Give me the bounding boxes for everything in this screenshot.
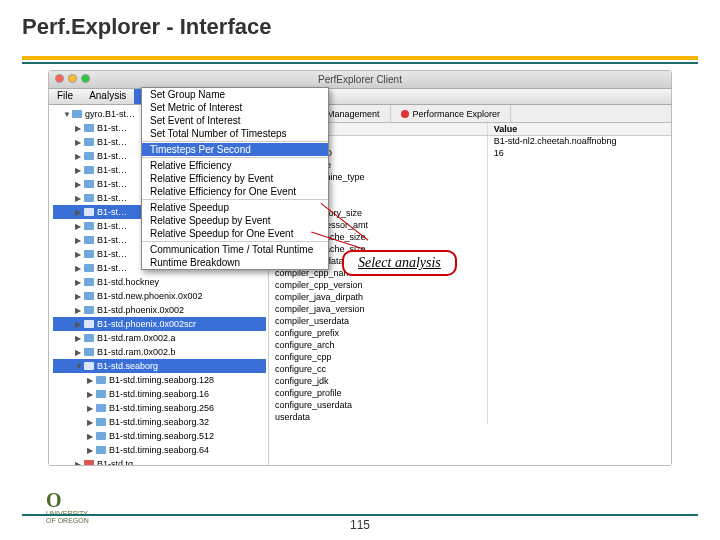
dot-icon — [401, 110, 409, 118]
tab-label: Performance Explorer — [413, 109, 501, 119]
grid-header: Field Value — [269, 123, 671, 136]
table-row[interactable]: system_os — [269, 196, 671, 208]
tree-item[interactable]: ▶B1-std.phoenix.0x002scr — [53, 317, 266, 331]
right-pane: Analysis Management Performance Explorer… — [269, 105, 671, 465]
tree-item[interactable]: ▶B1-std.new.phoenix.0x002 — [53, 289, 266, 303]
col-value[interactable]: Value — [488, 123, 671, 135]
table-row[interactable]: configure_arch — [269, 340, 671, 352]
table-row[interactable]: NameB1-std-nl2.cheetah.noaffnobng — [269, 136, 671, 148]
tree-item[interactable]: ▶B1-std.timing.seaborg.256 — [53, 401, 266, 415]
tree-item[interactable]: ▶B1-std.timing.seaborg.32 — [53, 415, 266, 429]
dropdown-item[interactable]: Relative Efficiency for One Event — [142, 185, 328, 198]
dropdown-item[interactable]: Relative Speedup by Event — [142, 214, 328, 227]
table-row[interactable]: compiler_java_version — [269, 304, 671, 316]
dropdown-item[interactable]: Relative Efficiency — [142, 159, 328, 172]
table-row[interactable]: compiler_java_dirpath — [269, 292, 671, 304]
menu-file[interactable]: File — [49, 89, 81, 104]
tree-item[interactable]: ▶B1-std.phoenix.0x002 — [53, 303, 266, 317]
tree-item[interactable]: ▶B1-std.timing.seaborg.512 — [53, 429, 266, 443]
dropdown-item[interactable]: Set Event of Interest — [142, 114, 328, 127]
slide-title: Perf.Explorer - Interface — [0, 0, 720, 48]
tree-item[interactable]: ▶B1-std.timing.seaborg.128 — [53, 373, 266, 387]
table-row[interactable]: system_userdata — [269, 256, 671, 268]
divider-rule — [22, 62, 698, 64]
minimize-icon[interactable] — [68, 74, 77, 83]
tree-item[interactable]: ▶B1-std.timing.seaborg.16 — [53, 387, 266, 401]
table-row[interactable]: configure_prefix — [269, 328, 671, 340]
accent-rule — [22, 56, 698, 60]
dropdown-item[interactable]: Relative Efficiency by Event — [142, 172, 328, 185]
dropdown-item[interactable]: Set Group Name — [142, 88, 328, 101]
table-row[interactable]: Experiment ID16 — [269, 148, 671, 160]
page-number: 115 — [0, 518, 720, 532]
table-row[interactable]: system_name — [269, 160, 671, 172]
table-row[interactable]: userdata — [269, 412, 671, 424]
table-row[interactable]: compiler_cpp_version — [269, 280, 671, 292]
table-row[interactable]: configure_profile — [269, 388, 671, 400]
dropdown-item[interactable]: Set Metric of Interest — [142, 101, 328, 114]
grid-body: NameB1-std-nl2.cheetah.noaffnobngExperim… — [269, 136, 671, 424]
table-row[interactable]: system_machine_type — [269, 172, 671, 184]
o-icon: O — [46, 489, 62, 511]
dropdown-item[interactable]: Relative Speedup — [142, 201, 328, 214]
tree-item[interactable]: ▶B1-std.ram.0x002.a — [53, 331, 266, 345]
dropdown-item[interactable]: Relative Speedup for One Event — [142, 227, 328, 240]
tree-item[interactable]: ▶B1-std.hockney — [53, 275, 266, 289]
tree-item[interactable]: ▶B1-std.tg — [53, 457, 266, 465]
window-controls[interactable] — [55, 74, 90, 83]
tab-performance[interactable]: Performance Explorer — [391, 105, 512, 122]
table-row[interactable]: configure_userdata — [269, 400, 671, 412]
table-row[interactable]: configure_cpp — [269, 352, 671, 364]
zoom-icon[interactable] — [81, 74, 90, 83]
table-row[interactable]: compiler_userdata — [269, 316, 671, 328]
table-row[interactable]: configure_jdk — [269, 376, 671, 388]
menu-analysis[interactable]: Analysis — [81, 89, 134, 104]
close-icon[interactable] — [55, 74, 64, 83]
tab-bar: Analysis Management Performance Explorer — [269, 105, 671, 123]
dropdown-item[interactable]: Communication Time / Total Runtime — [142, 243, 328, 256]
window-title: PerfExplorer Client — [318, 74, 402, 85]
dropdown-item[interactable]: Set Total Number of Timesteps — [142, 127, 328, 140]
tree-item[interactable]: ▼B1-std.seaborg — [53, 359, 266, 373]
tree-item[interactable]: ▶B1-std.timing.seaborg.64 — [53, 443, 266, 457]
charts-dropdown[interactable]: Set Group NameSet Metric of InterestSet … — [141, 87, 329, 270]
callout-select-analysis: Select analysis — [342, 250, 457, 276]
table-row[interactable]: compiler_cpp_name — [269, 268, 671, 280]
tree-item[interactable]: ▶B1-std.ram.0x002.b — [53, 345, 266, 359]
dropdown-item[interactable]: Timesteps Per Second — [142, 143, 328, 156]
table-row[interactable]: configure_cc — [269, 364, 671, 376]
table-row[interactable]: system_arch — [269, 184, 671, 196]
dropdown-item[interactable]: Runtime Breakdown — [142, 256, 328, 269]
footer-rule — [22, 514, 698, 516]
